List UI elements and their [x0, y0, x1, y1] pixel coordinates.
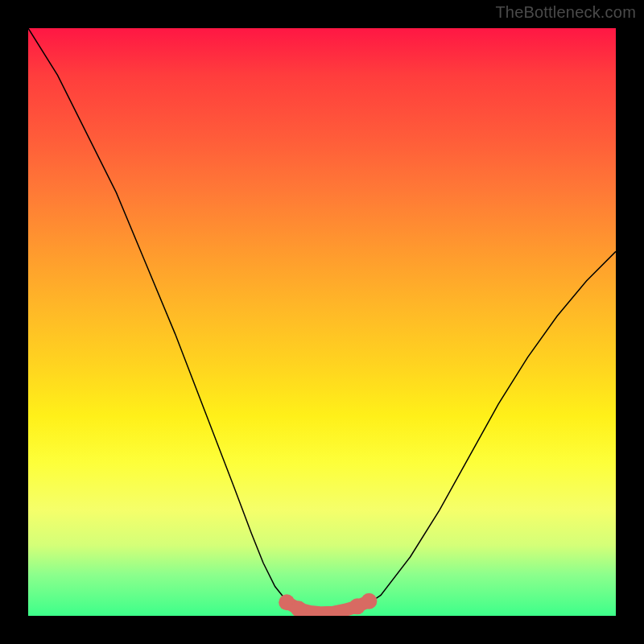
- plot-area: [28, 28, 616, 616]
- curve-right-ascent: [363, 251, 616, 607]
- chart-root: TheBottleneck.com: [0, 0, 644, 644]
- watermark-text: TheBottleneck.com: [495, 3, 636, 22]
- highlight-dot: [361, 593, 377, 609]
- curve-left-descent: [28, 28, 293, 607]
- chart-svg: [28, 28, 616, 616]
